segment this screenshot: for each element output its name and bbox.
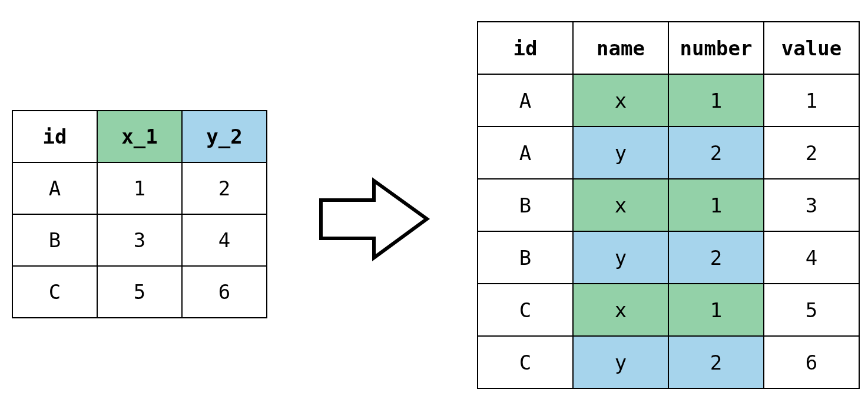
col-header-id: id [12, 111, 97, 162]
table-row: A 1 2 [12, 162, 267, 214]
cell: 4 [182, 214, 267, 266]
cell: 2 [182, 162, 267, 214]
diagram-stage: id x_1 y_2 A 1 2 B 3 4 C 5 6 id name nu [0, 0, 868, 409]
cell: 2 [668, 231, 764, 284]
cell: y [573, 336, 668, 388]
cell: 1 [668, 74, 764, 127]
cell: y [573, 231, 668, 284]
cell: C [478, 336, 573, 388]
cell: 2 [668, 336, 764, 388]
col-header-id: id [478, 22, 573, 74]
table-header-row: id name number value [478, 22, 859, 74]
cell: B [478, 231, 573, 284]
cell: C [12, 266, 97, 318]
table-row: B x 1 3 [478, 179, 859, 231]
cell: 5 [97, 266, 182, 318]
cell: 3 [764, 179, 859, 231]
cell: 3 [97, 214, 182, 266]
cell: 1 [97, 162, 182, 214]
long-table: id name number value A x 1 1 A y 2 2 B x… [477, 21, 860, 389]
col-header-value: value [764, 22, 859, 74]
cell: 5 [764, 284, 859, 336]
cell: x [573, 74, 668, 127]
table-row: A x 1 1 [478, 74, 859, 127]
cell: 2 [668, 127, 764, 179]
col-header-x_1: x_1 [97, 111, 182, 162]
cell: A [12, 162, 97, 214]
cell: 4 [764, 231, 859, 284]
cell: B [12, 214, 97, 266]
cell: x [573, 284, 668, 336]
cell: 6 [182, 266, 267, 318]
col-header-name: name [573, 22, 668, 74]
cell: x [573, 179, 668, 231]
table-row: B y 2 4 [478, 231, 859, 284]
cell: A [478, 127, 573, 179]
table-row: C y 2 6 [478, 336, 859, 388]
cell: 6 [764, 336, 859, 388]
cell: 1 [764, 74, 859, 127]
col-header-y_2: y_2 [182, 111, 267, 162]
cell: C [478, 284, 573, 336]
table-row: A y 2 2 [478, 127, 859, 179]
cell: A [478, 74, 573, 127]
arrow-right-icon [309, 174, 439, 267]
cell: 1 [668, 179, 764, 231]
cell: 1 [668, 284, 764, 336]
col-header-number: number [668, 22, 764, 74]
cell: y [573, 127, 668, 179]
table-header-row: id x_1 y_2 [12, 111, 267, 162]
wide-table: id x_1 y_2 A 1 2 B 3 4 C 5 6 [12, 110, 267, 318]
table-row: C 5 6 [12, 266, 267, 318]
table-row: C x 1 5 [478, 284, 859, 336]
cell: B [478, 179, 573, 231]
cell: 2 [764, 127, 859, 179]
table-row: B 3 4 [12, 214, 267, 266]
